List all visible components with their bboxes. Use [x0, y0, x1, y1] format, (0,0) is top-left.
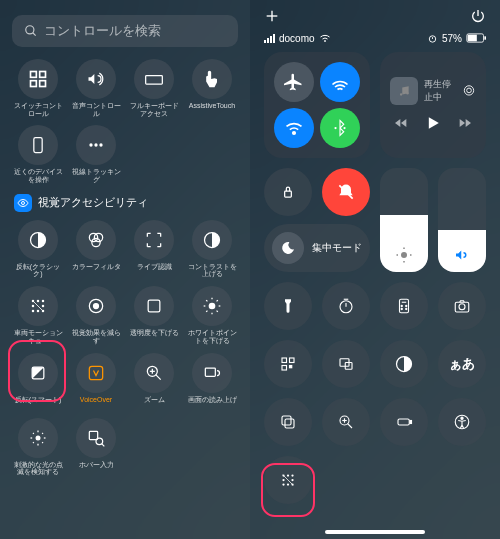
svg-point-21	[42, 300, 45, 303]
svg-point-29	[94, 304, 99, 309]
control-voiceover[interactable]: VoiceOver	[70, 353, 122, 410]
svg-point-24	[32, 310, 35, 313]
svg-point-71	[406, 92, 408, 94]
control-whitepoint[interactable]: ホワイトポイントを下げる	[186, 286, 238, 344]
detect-icon	[144, 230, 164, 250]
svg-rect-6	[146, 76, 163, 84]
brightness-slider[interactable]	[380, 168, 428, 272]
svg-rect-92	[282, 358, 287, 363]
control-dim-flash[interactable]: 刺激的な光の点滅を検知する	[12, 418, 64, 476]
media-tile[interactable]: 再生停止中	[380, 52, 486, 158]
svg-point-57	[96, 438, 103, 445]
touch-icon	[202, 69, 222, 89]
control-zoom[interactable]: ズーム	[128, 353, 180, 410]
control-switch[interactable]: スイッチコントロール	[12, 59, 64, 117]
lowpower-button[interactable]	[380, 398, 428, 446]
invert-icon	[28, 230, 48, 250]
connectivity-tile[interactable]	[264, 52, 370, 158]
control-eyetrack[interactable]: 視線トラッキング	[70, 125, 122, 183]
svg-point-110	[287, 474, 289, 476]
device-icon	[28, 135, 48, 155]
svg-point-114	[282, 483, 284, 485]
accessibility-button[interactable]	[438, 398, 486, 446]
cellular-toggle[interactable]	[320, 62, 360, 102]
flashlight-button[interactable]	[264, 282, 312, 330]
control-nearby[interactable]: 近くのデバイスを操作	[12, 125, 64, 183]
windows-button[interactable]	[264, 398, 312, 446]
svg-line-58	[102, 443, 105, 446]
svg-line-38	[206, 311, 207, 312]
home-indicator[interactable]	[325, 530, 425, 534]
control-invert-smart[interactable]: 反転(スマート)	[12, 353, 64, 410]
orientation-lock[interactable]	[264, 168, 312, 216]
motion-cue-button[interactable]	[264, 456, 312, 504]
svg-rect-65	[468, 35, 477, 42]
control-assistivetouch[interactable]: AssistiveTouch	[186, 59, 238, 117]
mirror-button[interactable]	[322, 340, 370, 388]
darkmode-button[interactable]	[380, 340, 428, 388]
control-invert-classic[interactable]: 反転(クラシック)	[12, 220, 64, 278]
control-keyboard[interactable]: フルキーボードアクセス	[128, 59, 180, 117]
control-reduce-motion[interactable]: 視覚効果を減らす	[70, 286, 122, 344]
bluetooth-toggle[interactable]	[320, 108, 360, 148]
svg-point-20	[37, 300, 40, 303]
keyboard-icon	[144, 69, 164, 89]
signal-icon	[264, 34, 275, 43]
airplay-icon[interactable]	[462, 84, 476, 98]
text-button[interactable]: ぁあ	[438, 340, 486, 388]
search-field[interactable]: コントロールを検索	[12, 15, 238, 47]
svg-rect-99	[282, 416, 291, 425]
wifi-toggle[interactable]	[274, 108, 314, 148]
svg-point-16	[94, 233, 102, 241]
calculator-button[interactable]	[380, 282, 428, 330]
svg-point-86	[401, 305, 402, 306]
alarm-icon	[427, 33, 438, 44]
accessibility-icon	[14, 194, 32, 212]
invert-smart-icon	[28, 363, 48, 383]
svg-line-43	[156, 374, 161, 379]
svg-rect-56	[89, 431, 97, 439]
svg-point-12	[99, 144, 102, 147]
add-icon[interactable]	[264, 8, 280, 24]
svg-point-73	[467, 88, 472, 93]
svg-point-112	[282, 479, 284, 481]
svg-point-69	[343, 127, 345, 129]
silent-toggle[interactable]	[322, 168, 370, 216]
camera-button[interactable]	[438, 282, 486, 330]
control-speak-screen[interactable]: 画面の読み上げ	[186, 353, 238, 410]
brightness-icon	[202, 296, 222, 316]
control-motion-cue[interactable]: 車両モーションキュー	[12, 286, 64, 344]
svg-line-39	[217, 300, 218, 301]
motion-cue-icon	[28, 296, 48, 316]
control-contrast[interactable]: コントラストを上げる	[186, 220, 238, 278]
svg-rect-66	[484, 36, 486, 39]
svg-point-23	[42, 305, 45, 308]
svg-rect-30	[148, 300, 160, 312]
timer-button[interactable]	[322, 282, 370, 330]
control-hover[interactable]: ホバー入力	[70, 418, 122, 476]
sun-icon	[395, 246, 413, 264]
svg-line-1	[33, 33, 36, 36]
next-icon[interactable]	[457, 115, 473, 131]
svg-point-0	[26, 26, 34, 34]
control-detect[interactable]: ライブ認識	[128, 220, 180, 278]
control-reduce-transparency[interactable]: 透明度を下げる	[128, 286, 180, 344]
prev-icon[interactable]	[393, 115, 409, 131]
svg-point-25	[37, 310, 40, 313]
airplane-toggle[interactable]	[274, 62, 314, 102]
voiceover-icon	[86, 363, 106, 383]
svg-point-111	[291, 474, 293, 476]
power-icon[interactable]	[470, 8, 486, 24]
focus-tile[interactable]: 集中モード	[264, 224, 370, 272]
svg-point-22	[32, 305, 35, 308]
transparency-icon	[144, 296, 164, 316]
volume-slider[interactable]	[438, 168, 486, 272]
magnifier-button[interactable]	[322, 398, 370, 446]
qr-button[interactable]	[264, 340, 312, 388]
control-voice[interactable]: 音声コントロール	[70, 59, 122, 117]
control-colorfilter[interactable]: カラーフィルタ	[70, 220, 122, 278]
svg-point-76	[401, 252, 407, 258]
svg-rect-9	[34, 138, 42, 153]
svg-rect-41	[89, 366, 102, 379]
play-icon[interactable]	[423, 113, 443, 133]
